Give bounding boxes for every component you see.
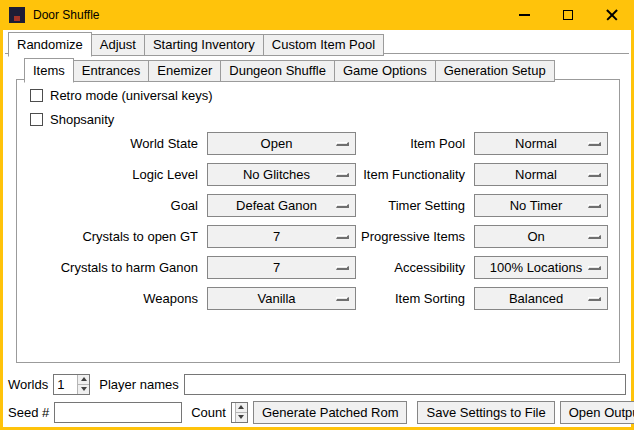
world-state-dropdown[interactable]: Open	[207, 132, 356, 155]
worlds-spinbox[interactable]	[53, 374, 90, 395]
goal-value: Defeat Ganon	[236, 198, 317, 213]
minimize-icon	[519, 14, 530, 16]
arrow-up-icon	[238, 405, 244, 409]
crystals-harm-ganon-label: Crystals to harm Ganon	[20, 260, 202, 275]
dropdown-indicator-icon	[336, 266, 349, 270]
retro-mode-checkbox[interactable]	[30, 89, 43, 102]
tab-items[interactable]: Items	[24, 58, 74, 83]
maximize-button[interactable]	[546, 0, 590, 30]
progressive-items-dropdown[interactable]: On	[474, 225, 608, 248]
weapons-value: Vanilla	[257, 291, 295, 306]
tab-entrances[interactable]: Entrances	[73, 60, 150, 82]
timer-setting-label: Timer Setting	[361, 198, 469, 213]
shopsanity-row: Shopsanity	[30, 111, 114, 127]
dropdown-indicator-icon	[588, 297, 601, 301]
item-sorting-dropdown[interactable]: Balanced	[474, 287, 608, 310]
logic-level-dropdown[interactable]: No Glitches	[207, 163, 356, 186]
save-settings-button[interactable]: Save Settings to File	[417, 401, 554, 424]
dropdown-indicator-icon	[588, 204, 601, 208]
crystals-open-gt-dropdown[interactable]: 7	[207, 225, 356, 248]
item-functionality-value: Normal	[515, 167, 557, 182]
crystals-open-gt-value: 7	[273, 229, 280, 244]
arrow-up-icon	[81, 377, 87, 381]
accessibility-value: 100% Locations	[490, 260, 583, 275]
tab-dungeon-shuffle[interactable]: Dungeon Shuffle	[220, 60, 335, 82]
item-sorting-value: Balanced	[509, 291, 563, 306]
shopsanity-checkbox[interactable]	[30, 113, 43, 126]
timer-setting-dropdown[interactable]: No Timer	[474, 194, 608, 217]
count-spin-up-button[interactable]	[236, 403, 247, 413]
dropdown-indicator-icon	[336, 142, 349, 146]
player-names-input[interactable]	[184, 374, 626, 395]
logic-level-value: No Glitches	[243, 167, 310, 182]
timer-setting-value: No Timer	[510, 198, 563, 213]
window-title: Door Shuffle	[33, 8, 100, 22]
retro-mode-label: Retro mode (universal keys)	[50, 88, 213, 103]
logic-level-label: Logic Level	[20, 167, 202, 182]
dropdown-indicator-icon	[588, 266, 601, 270]
retro-mode-row: Retro mode (universal keys)	[30, 87, 213, 103]
weapons-dropdown[interactable]: Vanilla	[207, 287, 356, 310]
worlds-label: Worlds	[8, 377, 48, 392]
tab-generation-setup[interactable]: Generation Setup	[435, 60, 555, 82]
worlds-spin-arrows	[77, 375, 89, 394]
dropdown-indicator-icon	[336, 235, 349, 239]
item-pool-label: Item Pool	[361, 136, 469, 151]
count-spin-arrows	[235, 403, 247, 422]
tab-enemizer[interactable]: Enemizer	[148, 60, 221, 82]
dropdown-indicator-icon	[336, 173, 349, 177]
count-label: Count	[191, 405, 226, 420]
dropdown-indicator-icon	[588, 142, 601, 146]
item-functionality-dropdown[interactable]: Normal	[474, 163, 608, 186]
goal-dropdown[interactable]: Defeat Ganon	[207, 194, 356, 217]
titlebar: Door Shuffle	[0, 0, 634, 30]
dropdown-indicator-icon	[336, 204, 349, 208]
options-grid: World State Open Item Pool Normal Logic …	[20, 132, 607, 310]
tab-randomize[interactable]: Randomize	[8, 32, 92, 57]
arrow-down-icon	[238, 415, 244, 419]
item-sorting-label: Item Sorting	[361, 291, 469, 306]
close-icon	[606, 9, 618, 21]
crystals-harm-ganon-dropdown[interactable]: 7	[207, 256, 356, 279]
progressive-items-label: Progressive Items	[361, 229, 469, 244]
dropdown-indicator-icon	[588, 235, 601, 239]
item-functionality-label: Item Functionality	[361, 167, 469, 182]
dropdown-indicator-icon	[588, 173, 601, 177]
maximize-icon	[563, 10, 573, 20]
minimize-button[interactable]	[502, 0, 546, 30]
outer-tabbar: Randomize Adjust Starting Inventory Cust…	[8, 32, 384, 56]
world-state-value: Open	[261, 136, 293, 151]
item-pool-value: Normal	[515, 136, 557, 151]
close-button[interactable]	[590, 0, 634, 30]
count-spinbox[interactable]	[231, 402, 248, 423]
count-spin-down-button[interactable]	[236, 413, 247, 422]
worlds-row: Worlds Player names	[8, 373, 626, 395]
tab-game-options[interactable]: Game Options	[334, 60, 436, 82]
progressive-items-value: On	[527, 229, 544, 244]
player-names-label: Player names	[99, 377, 178, 392]
dropdown-indicator-icon	[336, 297, 349, 301]
accessibility-label: Accessibility	[361, 260, 469, 275]
shopsanity-label: Shopsanity	[50, 112, 114, 127]
open-output-directory-button[interactable]: Open Output Directory	[560, 401, 634, 424]
accessibility-dropdown[interactable]: 100% Locations	[474, 256, 608, 279]
item-pool-dropdown[interactable]: Normal	[474, 132, 608, 155]
worlds-spin-down-button[interactable]	[78, 385, 89, 394]
worlds-input[interactable]	[54, 375, 77, 394]
app-icon	[9, 7, 25, 23]
window-content: Randomize Adjust Starting Inventory Cust…	[3, 30, 631, 427]
weapons-label: Weapons	[20, 291, 202, 306]
worlds-spin-up-button[interactable]	[78, 375, 89, 385]
door-shuffle-window: Door Shuffle Randomize Adjust Starting I…	[0, 0, 634, 430]
inner-tabbar: Items Entrances Enemizer Dungeon Shuffle…	[24, 58, 555, 82]
arrow-down-icon	[81, 387, 87, 391]
world-state-label: World State	[20, 136, 202, 151]
generate-patched-rom-button[interactable]: Generate Patched Rom	[253, 401, 408, 424]
tab-custom-item-pool[interactable]: Custom Item Pool	[263, 34, 384, 56]
tab-starting-inventory[interactable]: Starting Inventory	[144, 34, 264, 56]
window-controls	[502, 0, 634, 30]
goal-label: Goal	[20, 198, 202, 213]
seed-label: Seed #	[8, 405, 49, 420]
seed-input[interactable]	[54, 402, 182, 423]
tab-adjust[interactable]: Adjust	[91, 34, 145, 56]
